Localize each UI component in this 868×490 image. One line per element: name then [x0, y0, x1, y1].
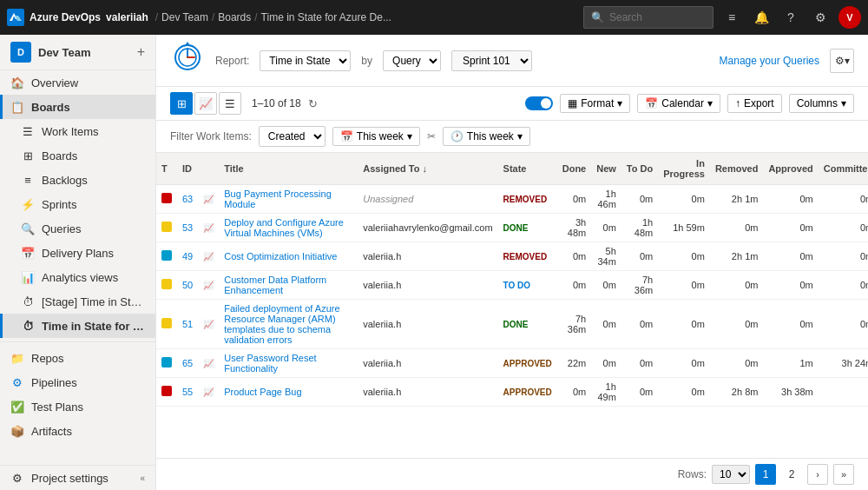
item-title[interactable]: User Password Reset Functionality [224, 353, 316, 374]
breadcrumb-boards[interactable]: Boards [218, 11, 251, 23]
item-id: 63 [177, 185, 198, 214]
type-icon [161, 222, 172, 232]
time-in-progress: 0m [658, 378, 710, 407]
sidebar-item-boards[interactable]: 📋 Boards [0, 95, 155, 119]
col-state: State [498, 153, 557, 185]
sidebar-item-work-items[interactable]: ☰ Work Items [0, 119, 155, 143]
sidebar-item-tis-devops[interactable]: ⏱ Time in State for Azure DevO... [0, 314, 155, 338]
sidebar-item-pipelines[interactable]: ⚙ Pipelines [0, 370, 155, 394]
avatar[interactable]: V [838, 6, 861, 29]
time-approved: 0m [763, 185, 818, 214]
time-removed: 0m [710, 349, 764, 378]
assigned-to: valeriia.h [358, 300, 497, 349]
mini-chart-icon[interactable]: 📈 [203, 223, 214, 233]
item-title[interactable]: Cost Optimization Initiative [224, 251, 337, 262]
list-view-button[interactable]: ☰ [219, 92, 241, 115]
sidebar-item-sprints[interactable]: ⚡ Sprints [0, 192, 155, 216]
sidebar-item-artifacts[interactable]: 📦 Artifacts [0, 419, 155, 443]
search-input[interactable] [609, 11, 706, 23]
time-removed: 0m [710, 214, 764, 242]
app-logo[interactable]: Azure DevOps valeriiah [7, 9, 148, 26]
mini-chart-icon[interactable]: 📈 [203, 359, 214, 368]
last-page-button[interactable]: » [833, 464, 854, 485]
item-id: 51 [177, 300, 198, 349]
item-title[interactable]: Deploy and Configure Azure Virtual Machi… [224, 217, 344, 238]
breadcrumb: / Dev Team / Boards / Time in State for … [155, 11, 391, 23]
sidebar-item-backlogs[interactable]: ≡ Backlogs [0, 168, 155, 192]
report-by-select[interactable]: Query [383, 50, 441, 71]
grid-view-button[interactable]: ⊞ [170, 92, 193, 115]
sidebar-item-delivery-plans[interactable]: 📅 Delivery Plans [0, 241, 155, 265]
refresh-button[interactable]: ↻ [308, 97, 318, 110]
report-by-label: by [361, 55, 372, 67]
page-2-button[interactable]: 2 [781, 464, 802, 485]
mini-chart-icon[interactable]: 📈 [203, 387, 214, 397]
col-assigned: Assigned To ↓ [358, 153, 497, 185]
mini-chart-icon[interactable]: 📈 [203, 252, 214, 262]
topbar: Azure DevOps valeriiah / Dev Team / Boar… [0, 0, 868, 35]
item-title[interactable]: Product Page Bug [224, 387, 301, 397]
time-new: 1h 46m [591, 185, 621, 214]
filter-date-2-button[interactable]: 🕐 This week ▾ [443, 127, 530, 146]
calendar-small-icon: 📅 [340, 130, 353, 142]
columns-button[interactable]: Columns ▾ [789, 94, 854, 113]
breadcrumb-team[interactable]: Dev Team [161, 11, 208, 23]
item-title[interactable]: Failed deployment of Azure Resource Mana… [224, 303, 339, 345]
sidebar-item-repos[interactable]: 📁 Repos [0, 346, 155, 370]
breadcrumb-page: Time in State for Azure De... [261, 11, 391, 23]
time-todo: 7h 36m [621, 271, 658, 300]
rows-per-page-select[interactable]: 10 25 50 [712, 465, 750, 484]
user-name: valeriiah [106, 11, 148, 23]
next-page-button[interactable]: › [807, 464, 828, 485]
collapse-icon[interactable]: « [140, 473, 145, 483]
item-title[interactable]: Customer Data Platform Enhancement [224, 275, 326, 295]
project-settings-icon: ⚙ [10, 471, 24, 485]
export-button[interactable]: ↑ Export [727, 94, 782, 113]
sidebar-item-overview[interactable]: 🏠 Overview [0, 70, 155, 95]
toggle-switch[interactable] [525, 96, 553, 110]
tis-devops-icon: ⏱ [21, 319, 35, 333]
sidebar-item-label: Work Items [42, 125, 145, 138]
add-project-button[interactable]: + [137, 44, 145, 60]
filter-date-1-button[interactable]: 📅 This week ▾ [332, 127, 420, 146]
mini-chart-icon[interactable]: 📈 [203, 195, 214, 204]
mini-chart-icon[interactable]: 📈 [203, 320, 214, 329]
time-approved: 3h 38m [763, 378, 818, 407]
sidebar-item-tis-azure[interactable]: ⏱ [Stage] Time in State for Azur... [0, 289, 155, 314]
mini-chart-icon[interactable]: 📈 [203, 281, 214, 290]
time-todo: 0m [621, 242, 658, 271]
help-icon[interactable]: ? [779, 6, 802, 29]
type-icon [161, 279, 172, 289]
filter-type-select[interactable]: Created [259, 126, 326, 147]
sidebar-item-analytics[interactable]: 📊 Analytics views [0, 265, 155, 289]
sidebar-item-test-plans[interactable]: ✅ Test Plans [0, 394, 155, 419]
format-button[interactable]: ▦ Format ▾ [560, 94, 630, 113]
sidebar-item-label: Project settings [31, 472, 133, 485]
menu-icon[interactable]: ≡ [720, 6, 743, 29]
time-in-progress: 0m [658, 271, 710, 300]
time-committed [819, 378, 868, 407]
calendar-button[interactable]: 📅 Calendar ▾ [637, 94, 720, 113]
sidebar-item-project-settings[interactable]: ⚙ Project settings « [0, 466, 155, 490]
bell-icon[interactable]: 🔔 [750, 6, 773, 29]
sprint-select[interactable]: Sprint 101 [451, 50, 532, 71]
time-approved: 0m [763, 300, 818, 349]
manage-queries-link[interactable]: Manage your Queries [720, 55, 819, 67]
report-settings-button[interactable]: ⚙▾ [830, 49, 854, 73]
type-icon [161, 318, 172, 328]
chart-view-button[interactable]: 📈 [194, 92, 217, 115]
sidebar-item-queries[interactable]: 🔍 Queries [0, 216, 155, 241]
main-layout: D Dev Team + 🏠 Overview 📋 Boards ☰ Work … [0, 35, 868, 490]
table-row: 51 📈 Failed deployment of Azure Resource… [156, 300, 868, 349]
report-type-select[interactable]: Time in State [260, 50, 351, 71]
state-badge: REMOVED [503, 252, 548, 262]
col-done: Done [557, 153, 592, 185]
page-1-button[interactable]: 1 [755, 464, 776, 485]
time-committed: 0m [819, 214, 868, 242]
item-title[interactable]: Bug Payment Processing Module [224, 189, 332, 209]
search-bar[interactable]: 🔍 [583, 6, 713, 29]
sidebar-item-boards-sub[interactable]: ⊞ Boards [0, 143, 155, 168]
settings-icon[interactable]: ⚙ [809, 6, 832, 29]
boards-icon: 📋 [10, 100, 24, 114]
col-todo: To Do [621, 153, 658, 185]
